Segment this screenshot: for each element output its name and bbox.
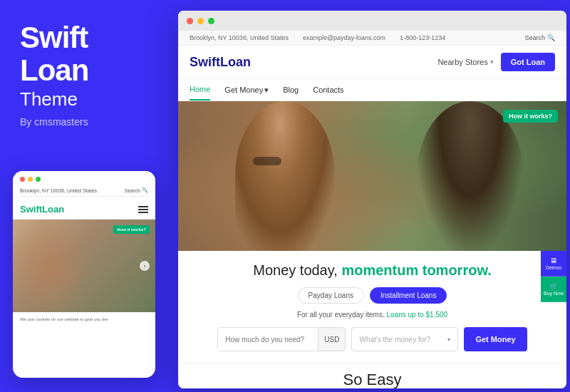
nav-item-home[interactable]: Home <box>190 79 210 100</box>
nearby-stores-dropdown[interactable]: Nearby Stores ▾ <box>437 58 493 66</box>
brand-subtitle: Theme <box>20 88 151 110</box>
nav-item-get-money[interactable]: Get Money ▾ <box>224 80 269 100</box>
browser-titlebar <box>178 11 566 31</box>
mockup-logo: SwiftLoan <box>20 204 64 215</box>
browser-window: Brooklyn, NY 10036, United States exampl… <box>178 11 566 388</box>
mockup-dot-red <box>20 177 25 182</box>
get-money-button[interactable]: Get Money <box>464 327 527 351</box>
mockup-how-badge: How it works? <box>113 225 150 234</box>
nav-item-contacts[interactable]: Contacts <box>313 80 343 100</box>
side-tabs: 🖥 Demos 🛒 Buy Now <box>541 251 566 302</box>
mockup-bottom-text: We use cookies on our website to give yo… <box>13 312 155 326</box>
currency-label: USD <box>318 328 345 351</box>
nav-item-blog[interactable]: Blog <box>283 80 299 100</box>
browser-dot-yellow[interactable] <box>197 18 204 24</box>
loan-purpose-select[interactable]: What's the money for? ▾ <box>351 327 458 351</box>
mockup-nav: SwiftLoan <box>13 200 155 220</box>
mockup-address: Brooklyn, NY 10036, United States <box>20 188 97 193</box>
chevron-down-icon: ▾ <box>490 58 494 66</box>
tagline-accent: momentum tomorrow. <box>341 262 491 278</box>
mockup-search-icon: 🔍 <box>142 187 148 193</box>
hero-person-right <box>417 101 524 251</box>
chevron-down-icon: ▾ <box>264 86 269 95</box>
monitor-icon: 🖥 <box>550 257 557 264</box>
get-loan-button[interactable]: Got Loan <box>501 53 555 71</box>
site-logo-blue: Loan <box>220 55 251 69</box>
site-phone: 1-800-123-1234 <box>400 34 445 41</box>
installment-loans-tab[interactable]: Installment Loans <box>370 287 447 304</box>
loan-amount-input[interactable] <box>218 328 318 351</box>
site-search-area[interactable]: Search 🔍 <box>524 34 555 41</box>
site-nav-menu: Home Get Money ▾ Blog Contacts <box>178 79 566 101</box>
mockup-topbar: Brooklyn, NY 10036, United States Search… <box>13 171 155 200</box>
brand-by: By cmsmasters <box>20 116 151 128</box>
mockup-hamburger-icon[interactable] <box>138 206 148 213</box>
hero-image: How it works? <box>178 101 566 251</box>
mockup-dots <box>20 177 148 185</box>
mockup-hero-arrow[interactable]: › <box>140 261 150 271</box>
site-navbar: SwiftLoan Nearby Stores ▾ Got Loan <box>178 46 566 79</box>
hero-tagline: Money today, momentum tomorrow. <box>195 262 549 279</box>
mockup-hero-image: How it works? › <box>13 220 155 312</box>
loan-tabs: Payday Loans Installment Loans <box>195 287 549 304</box>
site-search-icon: 🔍 <box>547 34 555 41</box>
loans-link[interactable]: Loans up to $1,500 <box>386 311 447 319</box>
loan-form: USD What's the money for? ▾ Get Money <box>195 327 549 351</box>
brand-title: Swift Loan Theme By cmsmasters <box>20 21 151 128</box>
brand-name-line2: Loan <box>20 54 151 87</box>
site-logo: SwiftLoan <box>190 55 251 70</box>
left-panel: Swift Loan Theme By cmsmasters Brooklyn,… <box>0 0 171 392</box>
tagline-text: Money today, <box>253 262 338 278</box>
mockup-hero: How it works? › We use cookies on our we… <box>13 220 155 378</box>
navbar-right: Nearby Stores ▾ Got Loan <box>437 53 555 71</box>
site-search-label: Search <box>524 34 545 41</box>
mockup-info-bar: Brooklyn, NY 10036, United States Search… <box>20 187 148 197</box>
hero-person-left <box>235 101 335 251</box>
site-email: example@payday-loans.com <box>303 34 385 41</box>
mockup-search[interactable]: Search 🔍 <box>125 187 148 193</box>
loan-purpose-placeholder: What's the money for? <box>359 336 430 344</box>
mockup-search-label: Search <box>125 188 140 193</box>
so-easy-title: So Easy <box>195 371 549 388</box>
payday-loans-tab[interactable]: Payday Loans <box>298 287 364 304</box>
buy-now-tab[interactable]: 🛒 Buy Now <box>541 277 566 302</box>
nearby-stores-label: Nearby Stores <box>437 58 487 66</box>
hero-section: How it works? 🖥 Demos 🛒 Buy Now Money to… <box>178 101 566 388</box>
how-it-works-badge[interactable]: How it works? <box>503 110 558 123</box>
mockup-dot-green <box>36 177 41 182</box>
for-items-text: For all your everyday items. Loans up to… <box>195 311 549 319</box>
browser-dot-red[interactable] <box>187 18 193 24</box>
content-area: Money today, momentum tomorrow. Payday L… <box>178 251 566 363</box>
site-address: Brooklyn, NY 10036, United States <box>190 34 289 41</box>
glasses-left <box>253 157 281 165</box>
cart-icon: 🛒 <box>549 282 558 290</box>
brand-name-line1: Swift <box>20 21 151 54</box>
browser-dot-green[interactable] <box>208 18 214 24</box>
loan-amount-input-wrap: USD <box>217 327 346 351</box>
mobile-mockup: Brooklyn, NY 10036, United States Search… <box>13 171 155 378</box>
site-info-bar: Brooklyn, NY 10036, United States exampl… <box>178 31 566 46</box>
mockup-dot-yellow <box>28 177 33 182</box>
chevron-down-icon: ▾ <box>447 336 450 343</box>
so-easy-section: So Easy <box>178 363 566 388</box>
site-logo-green: Swift <box>190 55 220 69</box>
demos-tab[interactable]: 🖥 Demos <box>541 251 566 277</box>
